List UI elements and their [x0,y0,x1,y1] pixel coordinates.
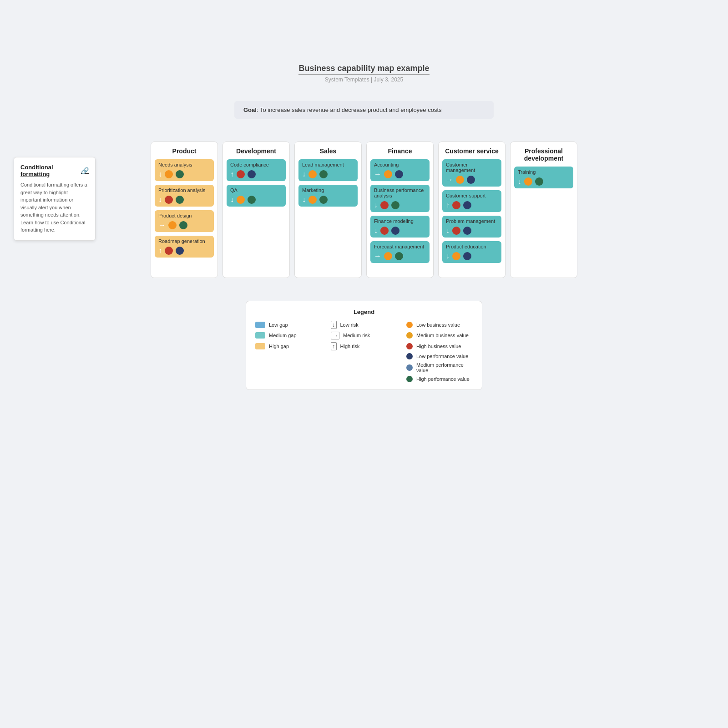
legend: Legend Low gap ↓ Low risk Low business v… [246,301,482,390]
dot-performance [176,170,184,178]
legend-spacer6 [331,376,397,382]
cap-finance-modeling: Finance modeling ↓ [370,216,430,238]
dot-performance [463,227,471,235]
capability-map: Product Needs analysis ↓ Prioritization … [0,132,728,278]
legend-dot-medium-performance [406,364,413,371]
category-customer-service: Customer service Customer management → C… [438,142,506,278]
risk-arrow-right: → [158,221,166,229]
dot-performance [319,196,328,204]
risk-arrow-down: ↓ [302,170,306,178]
dot-performance [391,227,399,235]
cap-business-performance: Business performance analysis ↓ [370,185,430,212]
dot-performance [248,196,256,204]
legend-arrow-medium: → [331,332,339,340]
risk-arrow-down: ↓ [374,201,378,209]
legend-low-gap: Low gap [255,321,322,329]
category-professional-development: Professional development Training ↓ [510,142,577,278]
page-subtitle: System Templates | July 3, 2025 [0,76,728,83]
risk-arrow-down: ↓ [158,196,162,204]
panel-title: Conditional formatting 🔗 [20,164,89,177]
cap-needs-analysis: Needs analysis ↓ [155,159,214,181]
risk-arrow-down: ↓ [518,177,521,186]
legend-dot-medium-business [406,332,413,339]
cap-qa: QA ↓ [227,185,286,207]
risk-arrow-down: ↓ [230,196,234,204]
dot-business [308,170,317,178]
legend-arrow-low: ↓ [331,321,337,329]
legend-dot-low-performance [406,353,413,359]
dot-business [165,196,173,204]
legend-medium-business: Medium business value [406,332,473,340]
panel-body: Conditional formatting offers a great wa… [20,181,89,234]
category-development-title: Development [227,147,286,155]
dot-performance [535,177,543,186]
dot-business [165,170,173,178]
category-finance: Finance Accounting → Business performanc… [366,142,434,278]
legend-medium-gap: Medium gap [255,332,322,340]
cap-product-education: Product education ↓ [442,241,501,263]
dot-performance [319,170,328,178]
legend-swatch-low-gap [255,322,265,328]
risk-arrow-down: ↓ [374,227,378,235]
dot-performance [176,247,184,255]
legend-dot-high-performance [406,376,413,382]
cap-product-design: Product design → [155,210,214,232]
legend-spacer5 [255,376,322,382]
goal-label: Goal [243,106,257,113]
legend-title: Legend [255,308,473,315]
legend-arrow-high: ↑ [331,342,337,350]
legend-dot-low-business [406,322,413,328]
legend-high-gap: High gap [255,342,322,350]
dot-performance [179,221,187,229]
cap-code-compliance: Code compliance ↑ [227,159,286,181]
dot-performance [395,252,403,260]
cap-roadmap-generation: Roadmap generation ↑ [155,236,214,258]
risk-arrow-down: ↓ [302,196,306,204]
conditional-formatting-panel: Conditional formatting 🔗 Conditional for… [14,157,96,241]
dot-performance [395,170,403,178]
risk-arrow-right: → [446,176,453,184]
dot-business [456,176,464,184]
legend-dot-high-business [406,343,413,349]
goal-box: Goal: To increase sales revenue and decr… [234,101,494,119]
legend-high-risk: ↑ High risk [331,342,397,350]
page-header: Business capability map example System T… [0,0,728,83]
category-professional-development-title: Professional development [514,147,573,162]
dot-business [165,247,173,255]
dot-business [380,227,389,235]
cap-marketing: Marketing ↓ [298,185,358,207]
risk-arrow-down: ↓ [446,252,450,260]
legend-swatch-medium-gap [255,332,265,339]
dot-business [452,252,460,260]
dot-performance [248,170,256,178]
dot-business [237,196,245,204]
legend-swatch-high-gap [255,343,265,349]
cap-customer-management: Customer management → [442,159,501,187]
legend-low-business: Low business value [406,321,473,329]
legend-grid: Low gap ↓ Low risk Low business value Me… [255,321,473,382]
risk-arrow-down: ↓ [446,227,450,235]
dot-business [168,221,177,229]
dot-business [452,201,460,209]
cap-forecast-management: Forecast management → [370,241,430,263]
dot-performance [463,201,471,209]
category-product: Product Needs analysis ↓ Prioritization … [151,142,218,278]
category-sales: Sales Lead management ↓ Marketing ↓ [294,142,362,278]
link-icon: 🔗 [81,167,89,174]
legend-low-performance: Low performance value [406,353,473,359]
cap-accounting: Accounting → [370,159,430,181]
dot-business [384,170,392,178]
legend-spacer3 [255,362,322,373]
risk-arrow-up: ↑ [446,201,450,209]
cap-problem-management: Problem management ↓ [442,216,501,238]
risk-arrow-up: ↑ [230,170,234,178]
legend-medium-performance: Medium performance value [406,362,473,373]
goal-text: : To increase sales revenue and decrease… [257,106,442,113]
category-customer-service-title: Customer service [442,147,501,155]
dot-business [380,201,389,209]
risk-arrow-right: → [374,252,381,260]
legend-low-risk: ↓ Low risk [331,321,397,329]
dot-business [237,170,245,178]
legend-spacer4 [331,362,397,373]
dot-business [452,227,460,235]
